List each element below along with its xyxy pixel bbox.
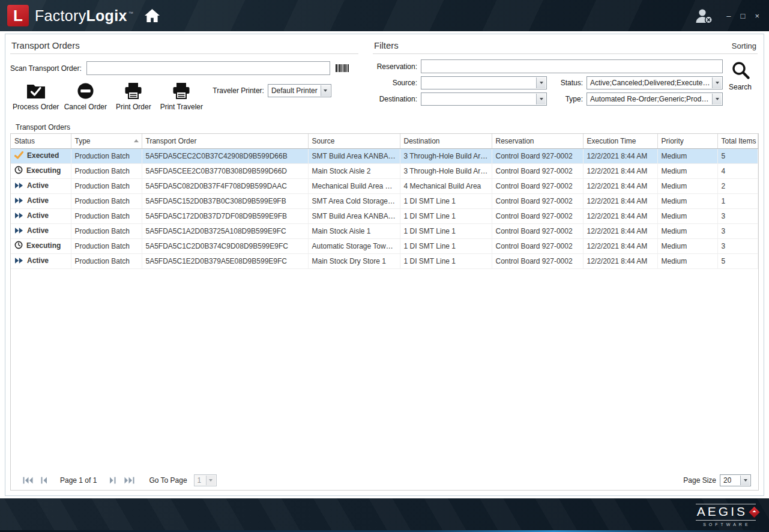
- cell-type: Production Batch: [71, 193, 142, 208]
- transport-orders-title: Transport Orders: [11, 40, 80, 50]
- cell-reservation: Control Board 927-0002: [492, 163, 583, 178]
- goto-page-input[interactable]: 1: [194, 474, 217, 486]
- cell-total-items: 2: [717, 178, 758, 193]
- process-order-button[interactable]: Process Order: [10, 80, 61, 112]
- top-panels: Transport Orders Scan Transport Order: P…: [5, 34, 764, 119]
- cell-destination: 1 DI SMT Line 1: [400, 223, 492, 238]
- last-page-button[interactable]: [123, 476, 135, 485]
- page-size-value: 20: [723, 476, 731, 485]
- scan-transport-order-input[interactable]: [86, 61, 330, 75]
- grid-header-row: StatusTypeTransport OrderSourceDestinati…: [11, 134, 758, 148]
- column-header-status[interactable]: Status: [11, 134, 71, 148]
- titlebar: L FactoryLogix™ – □ ×: [0, 0, 769, 31]
- window-controls: – □ ×: [726, 12, 762, 20]
- next-page-button[interactable]: [107, 476, 119, 485]
- destination-label: Destination:: [373, 95, 417, 103]
- cell-transport-order: 5A5FDA5CEE2C0B3770B308D9B599D66D: [142, 163, 308, 178]
- cell-source: SMT Area Cold Storage R...: [308, 193, 400, 208]
- maximize-button[interactable]: □: [741, 12, 746, 20]
- cell-status: Active: [11, 253, 71, 268]
- previous-page-button[interactable]: [38, 476, 50, 485]
- clock-icon: [14, 241, 23, 251]
- status-select[interactable]: Active;Canceled;Delivered;Executed;E...: [587, 76, 723, 89]
- status-text: Active: [27, 181, 49, 190]
- aegis-diamond-icon: [749, 507, 759, 518]
- fast-forward-icon: [14, 182, 23, 191]
- column-header-priority[interactable]: Priority: [657, 134, 717, 148]
- table-row[interactable]: ActiveProduction Batch5A5FDA5C172D0B37D7…: [11, 208, 758, 223]
- dropdown-arrow-icon: [206, 476, 216, 485]
- cell-execution-time: 12/2/2021 8:44 AM: [583, 238, 657, 253]
- type-value: Automated Re-Order;Generic;Produc...: [590, 95, 710, 103]
- type-select[interactable]: Automated Re-Order;Generic;Produc...: [587, 92, 723, 106]
- column-header-total-items[interactable]: Total Items: [717, 134, 758, 148]
- first-page-button[interactable]: [22, 476, 34, 485]
- close-button[interactable]: ×: [755, 12, 759, 20]
- column-header-destination[interactable]: Destination: [400, 134, 492, 148]
- status-text: Executing: [26, 166, 61, 175]
- cell-destination: 1 DI SMT Line 1: [400, 253, 492, 268]
- user-logout-icon[interactable]: [694, 8, 713, 24]
- print-traveler-label: Print Traveler: [160, 103, 203, 111]
- cell-reservation: Control Board 927-0002: [492, 208, 583, 223]
- destination-select[interactable]: [421, 92, 547, 106]
- reservation-label: Reservation:: [373, 62, 417, 71]
- orders-toolbar: Process Order Cancel Order Print Order: [10, 80, 358, 112]
- cell-priority: Medium: [657, 253, 717, 268]
- cell-type: Production Batch: [71, 208, 142, 223]
- search-button[interactable]: Search: [723, 59, 758, 109]
- goto-page-value: 1: [198, 476, 202, 485]
- cell-reservation: Control Board 927-0002: [492, 238, 583, 253]
- cell-type: Production Batch: [71, 148, 142, 163]
- cell-transport-order: 5A5FDA5C082D0B37F4F708D9B599DAAC: [142, 178, 308, 193]
- minimize-button[interactable]: –: [726, 12, 731, 20]
- check-icon: [14, 151, 23, 161]
- status-label: Status:: [553, 79, 583, 87]
- table-row[interactable]: ActiveProduction Batch5A5FDA5C152D0B37B0…: [11, 193, 758, 208]
- cell-destination: 1 DI SMT Line 1: [400, 193, 492, 208]
- source-select[interactable]: [421, 76, 547, 89]
- print-order-button[interactable]: Print Order: [109, 80, 157, 112]
- cell-type: Production Batch: [71, 163, 142, 178]
- print-traveler-button[interactable]: Print Traveler: [157, 80, 205, 112]
- cell-source: Mechanical Build Area Fl...: [308, 178, 400, 193]
- table-row[interactable]: ExecutingProduction Batch5A5FDA5C1C2D0B3…: [11, 238, 758, 253]
- status-text: Executed: [27, 151, 59, 160]
- cell-status: Active: [11, 208, 71, 223]
- search-label: Search: [729, 83, 752, 91]
- column-header-reservation[interactable]: Reservation: [492, 134, 583, 148]
- cancel-order-button[interactable]: Cancel Order: [61, 80, 109, 112]
- cell-execution-time: 12/2/2021 8:44 AM: [583, 223, 657, 238]
- sorting-link[interactable]: Sorting: [732, 41, 756, 50]
- column-header-execution-time[interactable]: Execution Time: [583, 134, 657, 148]
- cell-source: Main Stock Aisle 1: [308, 223, 400, 238]
- dropdown-arrow-icon: [536, 94, 546, 104]
- print-order-label: Print Order: [116, 103, 151, 111]
- traveler-printer-value: Default Printer: [271, 86, 318, 95]
- cell-total-items: 4: [717, 163, 758, 178]
- print-order-icon: [124, 81, 143, 101]
- cell-transport-order: 5A5FDA5C1E2D0B379A5E08D9B599E9FC: [142, 253, 308, 268]
- dropdown-arrow-icon: [536, 77, 546, 88]
- cell-reservation: Control Board 927-0002: [492, 178, 583, 193]
- table-row[interactable]: ExecutedProduction Batch5A5FDA5CEC2C0B37…: [11, 148, 758, 163]
- table-row[interactable]: ExecutingProduction Batch5A5FDA5CEE2C0B3…: [11, 163, 758, 178]
- reservation-input[interactable]: [421, 59, 723, 73]
- table-row[interactable]: ActiveProduction Batch5A5FDA5C1E2D0B379A…: [11, 253, 758, 268]
- page-size-select[interactable]: 20: [720, 474, 751, 486]
- clock-icon: [14, 166, 23, 176]
- cell-status: Executed: [11, 148, 71, 163]
- cell-status: Active: [11, 178, 71, 193]
- cell-destination: 1 DI SMT Line 1: [400, 238, 492, 253]
- column-header-type[interactable]: Type: [71, 134, 142, 148]
- cell-source: SMT Build Area KANBAN 1: [308, 148, 400, 163]
- traveler-printer-select[interactable]: Default Printer: [268, 84, 331, 97]
- table-row[interactable]: ActiveProduction Batch5A5FDA5C1A2D0B3725…: [11, 223, 758, 238]
- column-header-transport-order[interactable]: Transport Order: [142, 134, 308, 148]
- cell-priority: Medium: [657, 208, 717, 223]
- cell-priority: Medium: [657, 163, 717, 178]
- home-icon[interactable]: [144, 8, 160, 23]
- table-row[interactable]: ActiveProduction Batch5A5FDA5C082D0B37F4…: [11, 178, 758, 193]
- cell-type: Production Batch: [71, 223, 142, 238]
- column-header-source[interactable]: Source: [308, 134, 400, 148]
